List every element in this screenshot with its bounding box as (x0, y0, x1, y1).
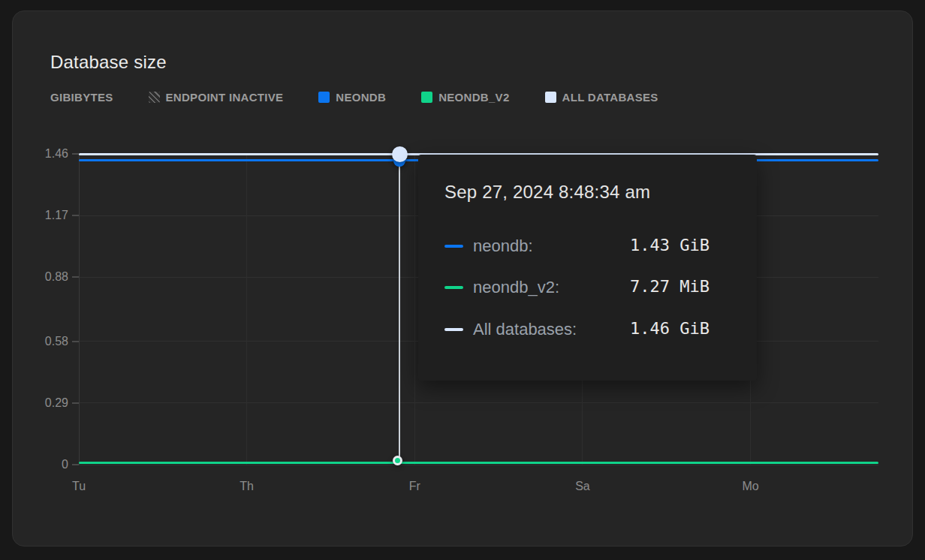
legend-item-label: NEONDB_V2 (438, 91, 509, 104)
y-axis-tick-label: 0.29 (20, 396, 68, 411)
y-tick-mark (72, 153, 79, 155)
y-tick-mark (72, 276, 79, 278)
neondb-v2-swatch-icon (421, 92, 432, 103)
neondb-dash-icon (444, 245, 463, 248)
chart-tooltip: Sep 27, 2024 8:48:34 am neondb: 1.43 GiB… (418, 155, 757, 381)
tooltip-row-neondb: neondb: 1.43 GiB (418, 236, 757, 257)
legend-item-neondb[interactable]: NEONDB (318, 91, 386, 104)
all-databases-swatch-icon (545, 92, 556, 103)
neondb-swatch-icon (318, 92, 330, 103)
card-title: Database size (50, 52, 167, 73)
chart-legend: GIBIBYTES ENDPOINT INACTIVE NEONDB NEOND… (50, 90, 658, 104)
database-size-card: Database size GIBIBYTES ENDPOINT INACTIV… (12, 11, 913, 546)
y-tick-mark (72, 464, 79, 465)
unit-label: GIBIBYTES (50, 91, 113, 104)
y-axis-tick-label: 0 (20, 457, 68, 472)
tooltip-row-neondb-v2: neondb_v2: 7.27 MiB (418, 277, 757, 298)
legend-item-neondb-v2[interactable]: NEONDB_V2 (421, 91, 509, 104)
gridline-horizontal (79, 402, 878, 403)
page: { "card": { "title": "Database size" }, … (0, 0, 925, 560)
x-axis-tick-label: Sa (560, 479, 605, 494)
y-axis-tick-label: 0.58 (20, 334, 68, 349)
gridline-vertical (246, 154, 247, 465)
crosshair-line (399, 154, 400, 463)
legend-item-all-databases[interactable]: ALL DATABASES (545, 91, 658, 104)
tooltip-series-label: neondb_v2: (473, 278, 559, 297)
x-axis-tick-label: Fr (392, 479, 437, 494)
y-tick-mark (72, 402, 79, 404)
legend-item-endpoint-inactive[interactable]: ENDPOINT INACTIVE (149, 91, 284, 104)
neondb-v2-dash-icon (444, 286, 463, 289)
y-tick-mark (72, 341, 79, 342)
y-tick-mark (72, 215, 79, 216)
marker-dot-neondb-v2 (393, 456, 402, 465)
y-axis-tick-label: 0.88 (20, 269, 68, 285)
marker-dot-all-databases (392, 146, 408, 162)
gridline-horizontal (79, 465, 878, 465)
tooltip-row-all-databases: All databases: 1.46 GiB (418, 319, 757, 340)
tooltip-series-value: 1.46 GiB (630, 319, 710, 338)
all-databases-dash-icon (444, 328, 463, 331)
x-axis-tick-label: Tu (56, 479, 101, 494)
legend-item-label: ALL DATABASES (562, 91, 658, 104)
tooltip-series-label: All databases: (473, 320, 577, 339)
x-axis-tick-label: Th (224, 479, 270, 494)
y-axis-line (79, 154, 80, 465)
legend-item-label: NEONDB (336, 91, 386, 104)
gridline-vertical (414, 154, 415, 465)
tooltip-series-value: 1.43 GiB (630, 236, 710, 254)
tooltip-timestamp: Sep 27, 2024 8:48:34 am (444, 182, 650, 203)
tooltip-series-label: neondb: (473, 236, 533, 256)
legend-item-label: ENDPOINT INACTIVE (166, 91, 284, 104)
y-axis-tick-label: 1.17 (20, 208, 68, 223)
endpoint-inactive-hatch-icon (149, 92, 160, 103)
x-axis-tick-label: Mo (728, 479, 773, 494)
tooltip-series-value: 7.27 MiB (630, 277, 710, 296)
y-axis-tick-label: 1.46 (20, 146, 68, 161)
